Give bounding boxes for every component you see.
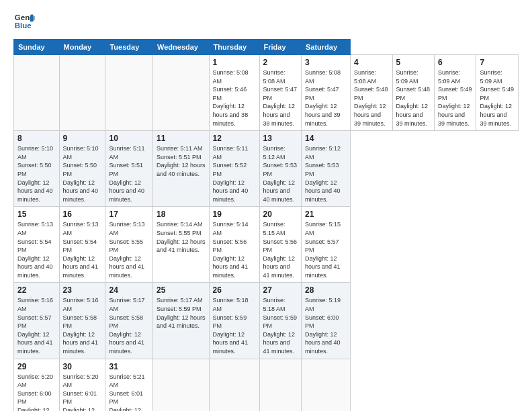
day-info: Sunrise: 5:08 AMSunset: 5:46 PMDaylight:… (213, 68, 256, 128)
header-tuesday: Tuesday (105, 40, 153, 55)
calendar-week-1: 1Sunrise: 5:08 AMSunset: 5:46 PMDaylight… (14, 55, 519, 131)
day-info: Sunrise: 5:09 AMSunset: 5:48 PMDaylight:… (396, 68, 431, 128)
day-number: 5 (396, 58, 431, 67)
day-number: 27 (263, 285, 298, 295)
day-number: 31 (109, 362, 149, 371)
header: General Blue (13, 11, 519, 32)
calendar-cell: 2Sunrise: 5:08 AMSunset: 5:47 PMDaylight… (259, 55, 301, 131)
page: General Blue SundayMondayTuesdayWednesda… (0, 0, 532, 411)
day-info: Sunrise: 5:15 AMSunset: 5:56 PMDaylight:… (263, 220, 298, 279)
day-info: Sunrise: 5:12 AMSunset: 5:53 PMDaylight:… (263, 144, 298, 203)
day-info: Sunrise: 5:16 AMSunset: 5:57 PMDaylight:… (17, 296, 56, 355)
calendar-cell: 8Sunrise: 5:10 AMSunset: 5:50 PMDaylight… (14, 131, 60, 207)
calendar-cell (301, 359, 350, 411)
day-number: 8 (17, 134, 56, 143)
day-info: Sunrise: 5:12 AMSunset: 5:53 PMDaylight:… (305, 144, 347, 203)
day-info: Sunrise: 5:09 AMSunset: 5:49 PMDaylight:… (438, 68, 472, 128)
day-number: 12 (213, 134, 256, 143)
calendar-cell: 25Sunrise: 5:17 AMSunset: 5:59 PMDayligh… (153, 283, 210, 359)
calendar-cell: 27Sunrise: 5:18 AMSunset: 5:59 PMDayligh… (259, 283, 301, 359)
calendar-cell: 20Sunrise: 5:15 AMSunset: 5:56 PMDayligh… (259, 207, 301, 283)
day-info: Sunrise: 5:08 AMSunset: 5:48 PMDaylight:… (354, 68, 388, 128)
logo-icon: General Blue (13, 11, 35, 32)
calendar-week-5: 29Sunrise: 5:20 AMSunset: 6:00 PMDayligh… (14, 359, 519, 411)
day-info: Sunrise: 5:18 AMSunset: 5:59 PMDaylight:… (213, 296, 256, 355)
day-info: Sunrise: 5:08 AMSunset: 5:47 PMDaylight:… (263, 68, 298, 128)
day-number: 2 (263, 58, 298, 67)
day-info: Sunrise: 5:16 AMSunset: 5:58 PMDaylight:… (63, 296, 102, 355)
calendar-cell (105, 55, 153, 131)
calendar-cell: 17Sunrise: 5:13 AMSunset: 5:55 PMDayligh… (105, 207, 153, 283)
day-info: Sunrise: 5:15 AMSunset: 5:57 PMDaylight:… (305, 220, 347, 279)
day-info: Sunrise: 5:21 AMSunset: 6:01 PMDaylight:… (109, 373, 149, 411)
calendar-cell: 1Sunrise: 5:08 AMSunset: 5:46 PMDaylight… (209, 55, 259, 131)
calendar-cell: 21Sunrise: 5:15 AMSunset: 5:57 PMDayligh… (301, 207, 350, 283)
calendar-week-2: 8Sunrise: 5:10 AMSunset: 5:50 PMDaylight… (14, 131, 519, 207)
day-info: Sunrise: 5:11 AMSunset: 5:52 PMDaylight:… (213, 144, 256, 203)
calendar-cell: 16Sunrise: 5:13 AMSunset: 5:54 PMDayligh… (59, 207, 105, 283)
day-number: 7 (480, 58, 515, 67)
calendar-cell (209, 359, 259, 411)
day-number: 21 (305, 210, 347, 219)
header-wednesday: Wednesday (153, 40, 210, 55)
day-number: 22 (17, 285, 56, 295)
day-number: 28 (305, 285, 347, 295)
calendar-cell (259, 359, 301, 411)
day-info: Sunrise: 5:14 AMSunset: 5:55 PMDaylight:… (157, 220, 206, 254)
day-info: Sunrise: 5:20 AMSunset: 6:01 PMDaylight:… (63, 373, 102, 411)
day-number: 14 (305, 134, 347, 143)
calendar-cell: 6Sunrise: 5:09 AMSunset: 5:49 PMDaylight… (434, 55, 476, 131)
day-number: 19 (213, 210, 256, 219)
day-info: Sunrise: 5:11 AMSunset: 5:51 PMDaylight:… (157, 144, 206, 178)
header-thursday: Thursday (209, 40, 259, 55)
day-number: 16 (63, 210, 102, 219)
day-number: 30 (63, 362, 102, 371)
day-number: 3 (305, 58, 347, 67)
calendar-cell: 15Sunrise: 5:13 AMSunset: 5:54 PMDayligh… (14, 207, 60, 283)
day-number: 17 (109, 210, 149, 219)
calendar-cell: 12Sunrise: 5:11 AMSunset: 5:52 PMDayligh… (209, 131, 259, 207)
day-info: Sunrise: 5:13 AMSunset: 5:54 PMDaylight:… (17, 220, 56, 279)
calendar-cell: 14Sunrise: 5:12 AMSunset: 5:53 PMDayligh… (301, 131, 350, 207)
calendar-cell: 13Sunrise: 5:12 AMSunset: 5:53 PMDayligh… (259, 131, 301, 207)
day-number: 6 (438, 58, 472, 67)
calendar-cell: 19Sunrise: 5:14 AMSunset: 5:56 PMDayligh… (209, 207, 259, 283)
day-info: Sunrise: 5:10 AMSunset: 5:50 PMDaylight:… (63, 144, 102, 203)
calendar-cell: 4Sunrise: 5:08 AMSunset: 5:48 PMDaylight… (351, 55, 392, 131)
calendar-cell: 9Sunrise: 5:10 AMSunset: 5:50 PMDaylight… (59, 131, 105, 207)
day-number: 18 (157, 210, 206, 219)
calendar-week-3: 15Sunrise: 5:13 AMSunset: 5:54 PMDayligh… (14, 207, 519, 283)
day-info: Sunrise: 5:17 AMSunset: 5:59 PMDaylight:… (157, 296, 206, 330)
day-info: Sunrise: 5:17 AMSunset: 5:58 PMDaylight:… (109, 296, 149, 355)
calendar-cell: 30Sunrise: 5:20 AMSunset: 6:01 PMDayligh… (59, 359, 105, 411)
day-number: 15 (17, 210, 56, 219)
day-number: 23 (63, 285, 102, 295)
header-sunday: Sunday (14, 40, 60, 55)
day-info: Sunrise: 5:10 AMSunset: 5:50 PMDaylight:… (17, 144, 56, 203)
day-number: 4 (354, 58, 388, 67)
calendar-cell (153, 55, 210, 131)
calendar-cell: 10Sunrise: 5:11 AMSunset: 5:51 PMDayligh… (105, 131, 153, 207)
day-info: Sunrise: 5:13 AMSunset: 5:55 PMDaylight:… (109, 220, 149, 279)
calendar-cell (14, 55, 60, 131)
calendar-cell: 28Sunrise: 5:19 AMSunset: 6:00 PMDayligh… (301, 283, 350, 359)
svg-text:Blue: Blue (15, 21, 32, 30)
logo: General Blue (13, 11, 38, 32)
day-info: Sunrise: 5:13 AMSunset: 5:54 PMDaylight:… (63, 220, 102, 279)
day-number: 13 (263, 134, 298, 143)
calendar-header-row: SundayMondayTuesdayWednesdayThursdayFrid… (14, 40, 519, 55)
calendar-cell: 26Sunrise: 5:18 AMSunset: 5:59 PMDayligh… (209, 283, 259, 359)
calendar-table: SundayMondayTuesdayWednesdayThursdayFrid… (13, 39, 519, 411)
calendar-cell (59, 55, 105, 131)
day-number: 25 (157, 285, 206, 295)
calendar-cell: 7Sunrise: 5:09 AMSunset: 5:49 PMDaylight… (476, 55, 519, 131)
header-saturday: Saturday (301, 40, 350, 55)
day-info: Sunrise: 5:11 AMSunset: 5:51 PMDaylight:… (109, 144, 149, 203)
calendar-cell: 23Sunrise: 5:16 AMSunset: 5:58 PMDayligh… (59, 283, 105, 359)
calendar-cell: 31Sunrise: 5:21 AMSunset: 6:01 PMDayligh… (105, 359, 153, 411)
day-number: 9 (63, 134, 102, 143)
day-number: 1 (213, 58, 256, 67)
header-monday: Monday (59, 40, 105, 55)
calendar-cell: 3Sunrise: 5:08 AMSunset: 5:47 PMDaylight… (301, 55, 350, 131)
day-number: 20 (263, 210, 298, 219)
